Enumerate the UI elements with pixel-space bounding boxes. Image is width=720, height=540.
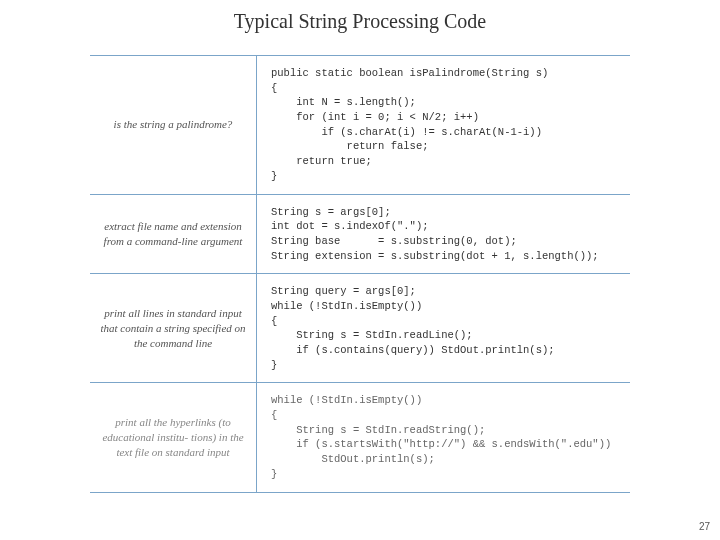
row-code-palindrome: public static boolean isPalindrome(Strin… [257, 56, 631, 195]
page-number: 27 [699, 521, 710, 532]
table-row: print all the hyperlinks (to educational… [90, 383, 630, 492]
table-row: is the string a palindrome? public stati… [90, 56, 630, 195]
table-row: extract file name and extension from a c… [90, 194, 630, 274]
row-desc-extract: extract file name and extension from a c… [90, 194, 257, 274]
row-code-hyperlinks: while (!StdIn.isEmpty()) { String s = St… [257, 383, 631, 492]
row-desc-palindrome: is the string a palindrome? [90, 56, 257, 195]
table-row: print all lines in standard input that c… [90, 274, 630, 383]
slide-title: Typical String Processing Code [0, 10, 720, 33]
row-code-extract: String s = args[0]; int dot = s.indexOf(… [257, 194, 631, 274]
row-desc-printlines: print all lines in standard input that c… [90, 274, 257, 383]
code-table: is the string a palindrome? public stati… [90, 55, 630, 493]
row-code-printlines: String query = args[0]; while (!StdIn.is… [257, 274, 631, 383]
row-desc-hyperlinks: print all the hyperlinks (to educational… [90, 383, 257, 492]
